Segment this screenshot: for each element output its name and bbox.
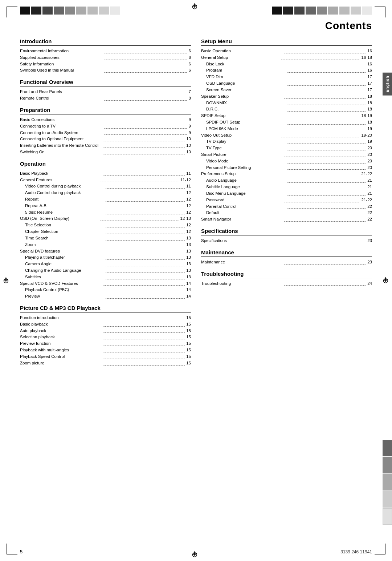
toc-dots — [106, 293, 185, 299]
toc-dots — [104, 117, 187, 122]
toc-dots — [284, 259, 366, 265]
toc-dots — [106, 209, 185, 215]
toc-entry: Time Search13 — [20, 235, 191, 242]
section-maintenance-title: Maintenance — [201, 249, 372, 257]
toc-page: 13 — [186, 248, 191, 255]
toc-text: Zoom — [25, 242, 104, 248]
toc-entry: Screen Saver17 — [201, 87, 372, 93]
toc-text: 5 disc Resume — [25, 209, 104, 216]
toc-entry: Smart Picture20 — [201, 152, 372, 158]
toc-text: Specifications — [201, 238, 283, 244]
toc-text: OSD Language — [206, 80, 285, 87]
toc-entry: Auto playback15 — [20, 328, 191, 334]
toc-text: Changing the Audio Language — [25, 267, 104, 274]
toc-dots — [284, 48, 366, 53]
introduction-entries: Environmental Information6Supplied acces… — [20, 48, 191, 74]
toc-dots — [287, 184, 366, 189]
toc-text: Special VCD & SVCD Features — [20, 280, 102, 287]
toc-dots — [284, 152, 366, 157]
toc-dots — [284, 280, 366, 286]
toc-page: 10 — [186, 149, 191, 156]
toc-dots — [287, 177, 366, 183]
toc-text: Supplied accessories — [20, 55, 103, 61]
section-operation-title: Operation — [20, 161, 191, 168]
toc-entry: Basic Playback11 — [20, 170, 191, 177]
toc-dots — [106, 267, 185, 273]
toc-dots — [104, 61, 187, 66]
toc-dots — [284, 93, 366, 99]
toc-text: SPDIF Setup — [201, 113, 280, 119]
toc-text: SPDIF OUT Setup — [206, 119, 285, 126]
toc-page: 14 — [186, 280, 191, 287]
toc-text: Subtitle Language — [206, 184, 285, 190]
toc-page: 15 — [186, 315, 191, 321]
toc-text: Preview function — [20, 340, 102, 347]
toc-text: Switching On — [20, 149, 102, 156]
toc-dots — [104, 130, 187, 135]
toc-entry: Subtitle Language21 — [201, 184, 372, 190]
toc-entry: Function introduction15 — [20, 315, 191, 321]
toc-text: Program — [206, 67, 285, 74]
toc-page: 19 — [367, 126, 372, 132]
toc-text: Selection playback — [20, 334, 102, 340]
toc-entry: Disc Menu Language21 — [201, 190, 372, 197]
toc-text: Default — [206, 210, 285, 216]
toc-dots — [103, 328, 185, 333]
toc-dots — [287, 119, 366, 125]
toc-text: Video Out Setup — [201, 132, 280, 139]
section-picturecd-title: Picture CD & MP3 CD Playback — [20, 305, 191, 312]
toc-text: Parental Control — [206, 203, 285, 210]
toc-page: 19 — [367, 138, 372, 145]
toc-page: 18 — [367, 106, 372, 113]
toc-page: 15 — [186, 354, 191, 360]
toc-dots — [104, 95, 187, 101]
toc-page: 13 — [186, 261, 191, 267]
section-preparation-title: Preparation — [20, 107, 191, 114]
toc-dots — [281, 113, 360, 118]
functional-entries: Front and Rear Panels7Remote Control8 — [20, 89, 191, 102]
toc-text: Disc Lock — [206, 61, 285, 68]
toc-dots — [103, 340, 185, 346]
toc-text: Preview — [25, 293, 104, 300]
toc-text: Smart Picture — [201, 152, 283, 158]
toc-page: 18 — [367, 100, 372, 106]
toc-text: Connecting to an Audio System — [20, 130, 103, 136]
toc-entry: Audio Language21 — [201, 177, 372, 184]
toc-page: 12 — [186, 196, 191, 203]
toc-entry: Switching On10 — [20, 149, 191, 156]
toc-dots — [287, 61, 366, 66]
section-specs-title: Specifications — [201, 228, 372, 235]
toc-entry: 5 disc Resume12 — [20, 209, 191, 216]
toc-page: 8 — [189, 95, 191, 102]
toc-text: Playing a title/chapter — [25, 254, 104, 261]
toc-entry: Chapter Selection12 — [20, 229, 191, 235]
toc-dots — [103, 149, 185, 154]
toc-entry: General Features11-12 — [20, 177, 191, 183]
toc-page: 6 — [189, 48, 191, 55]
toc-entry: Front and Rear Panels7 — [20, 89, 191, 95]
toc-dots — [287, 210, 366, 215]
toc-entry: Zoom13 — [20, 242, 191, 248]
toc-dots — [106, 235, 185, 241]
toc-page: 9 — [189, 117, 191, 123]
toc-entry: Program16 — [201, 67, 372, 74]
toc-page: 18 — [367, 93, 372, 100]
toc-page: 13 — [186, 242, 191, 248]
col-right: Setup Menu Basic Operation16General Setu… — [201, 38, 372, 367]
toc-entry: Zoom picture15 — [20, 360, 191, 367]
page-number: 5 — [20, 549, 23, 554]
section-troubleshooting-title: Troubleshooting — [201, 271, 372, 278]
toc-dots — [106, 203, 185, 208]
toc-text: Playback with multi-angles — [20, 347, 102, 354]
toc-dots — [104, 67, 187, 73]
toc-page: 20 — [367, 145, 372, 152]
toc-page: 19-20 — [362, 132, 372, 139]
toc-page: 13 — [186, 235, 191, 242]
toc-entry: VFD Dim17 — [201, 74, 372, 80]
section-introduction-title: Introduction — [20, 38, 191, 46]
toc-text: Video Control during playback — [25, 183, 104, 190]
crosshair-top: ⊕ — [192, 2, 200, 11]
toc-page: 16 — [367, 61, 372, 68]
toc-entry: TV Display19 — [201, 138, 372, 145]
col-left: Introduction Environmental Information6S… — [20, 38, 191, 367]
